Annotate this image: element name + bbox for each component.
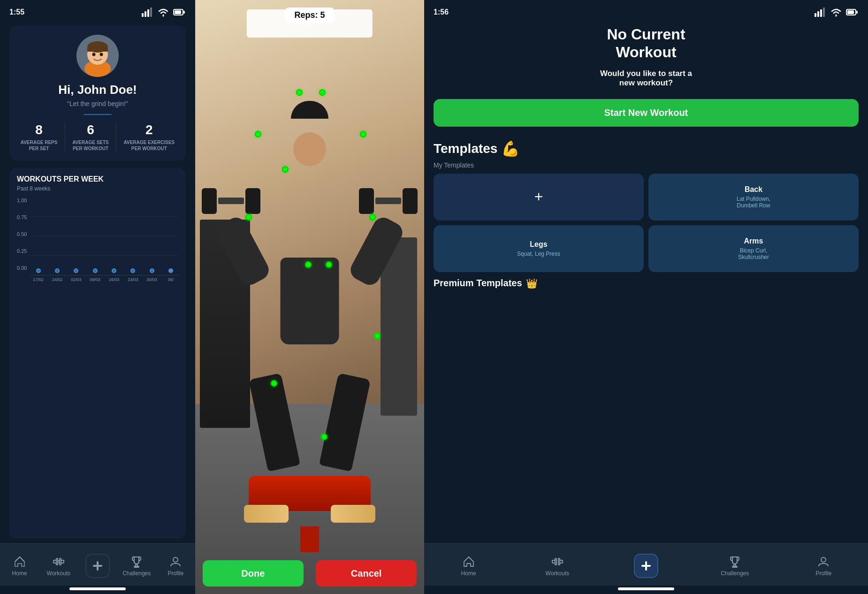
template-arms-exercises: Bicep Curl,Skullcrusher	[738, 247, 769, 260]
shoe-right	[331, 505, 375, 523]
dumbbell-right	[359, 188, 418, 214]
home-icon-3	[462, 555, 475, 568]
svg-rect-20	[93, 565, 102, 567]
tab-workouts-label-3: Workouts	[546, 570, 569, 577]
stat-exercises-value: 2	[145, 122, 153, 137]
bar-col-1	[30, 268, 46, 273]
tab-home-label-1: Home	[12, 570, 27, 577]
db-bar-l	[218, 198, 244, 204]
no-workout-subtitle: Would you like to start anew workout?	[434, 69, 859, 88]
home-indicator-1	[69, 587, 126, 590]
tab-profile-3[interactable]: Profile	[779, 555, 868, 577]
x-label-5: 16/03	[107, 277, 122, 282]
center-btn-1[interactable]	[85, 554, 110, 578]
workouts-chart-card: WORKOUTS PER WEEK Past 8 weeks 1.00 0.75…	[9, 168, 186, 539]
pose-dot-elbow-right	[369, 214, 376, 221]
chart-subtitle: Past 8 weeks	[17, 185, 178, 192]
bar-col-4	[87, 268, 102, 273]
svg-rect-17	[61, 560, 64, 563]
center-btn-3[interactable]	[634, 554, 658, 578]
svg-rect-30	[856, 11, 858, 14]
y-label-4: 0.75	[17, 214, 27, 220]
svg-point-23	[173, 557, 178, 562]
dumbbell-left	[202, 188, 260, 214]
tab-challenges-label-1: Challenges	[122, 570, 151, 577]
svg-rect-6	[183, 11, 185, 14]
stat-sets-label: AVERAGE SETSPER WORKOUT	[72, 139, 109, 152]
profile-icon-1	[169, 555, 182, 568]
stat-exercises-label: AVERAGE EXERCISESPER WORKOUT	[124, 139, 175, 152]
tab-workouts-1[interactable]: Workouts	[39, 555, 78, 577]
svg-rect-18	[58, 561, 60, 563]
svg-rect-27	[823, 8, 825, 17]
greeting-text: Hi, John Doe!	[58, 83, 137, 97]
battery-icon-3	[845, 6, 859, 19]
chart-x-labels: 17/02 24/02 02/03 09/03 16/03 23/03 30/0…	[30, 275, 178, 282]
x-label-6: 23/03	[125, 277, 140, 282]
plus-icon-3	[640, 559, 653, 572]
crown-icon: 👑	[526, 278, 538, 289]
template-card-arms[interactable]: Arms Bicep Curl,Skullcrusher	[648, 225, 859, 272]
head	[293, 132, 326, 166]
svg-rect-26	[820, 9, 822, 17]
tab-profile-label-1: Profile	[168, 570, 183, 577]
dot-3	[74, 268, 78, 273]
dot-1	[36, 268, 41, 273]
templates-header: Templates 💪	[434, 140, 859, 158]
svg-rect-25	[817, 11, 819, 17]
dot-2	[55, 268, 60, 273]
stat-divider-2	[116, 122, 116, 152]
dot-7	[150, 268, 154, 273]
signal-icon-3	[814, 6, 827, 19]
motto-text: "Let the grind begin!"	[67, 100, 128, 107]
phone1: 1:55	[0, 0, 195, 594]
chart-area: 1.00 0.75 0.50 0.25 0.00	[17, 198, 178, 282]
stat-reps-label: AVERAGE REPSPER SET	[21, 139, 58, 152]
bar-col-2	[50, 268, 65, 273]
tab-center-3[interactable]	[602, 554, 690, 578]
template-card-legs[interactable]: Legs Squat, Leg Press	[434, 225, 644, 272]
cancel-button[interactable]: Cancel	[316, 560, 417, 586]
time-3: 1:56	[434, 8, 449, 16]
grid-25	[30, 255, 178, 256]
x-label-8: 06/	[163, 277, 178, 282]
template-card-back[interactable]: Back Lat Pulldown,Dumbell Row	[648, 174, 859, 221]
tab-workouts-3[interactable]: Workouts	[513, 555, 602, 577]
stats-row: 8 AVERAGE REPSPER SET 6 AVERAGE SETSPER …	[17, 122, 178, 152]
home-icon-1	[13, 555, 26, 568]
signal-icon	[141, 6, 154, 19]
challenges-icon-3	[728, 555, 741, 568]
tab-center-1[interactable]	[78, 554, 117, 578]
premium-header: Premium Templates 👑	[434, 278, 859, 289]
svg-rect-33	[552, 560, 555, 563]
tab-home-1[interactable]: Home	[0, 555, 39, 577]
tab-workouts-label-1: Workouts	[47, 570, 70, 577]
pose-dot-shoulder-left	[255, 131, 261, 137]
svg-rect-1	[145, 11, 146, 17]
y-label-2: 0.25	[17, 248, 27, 254]
stat-reps: 8 AVERAGE REPSPER SET	[21, 122, 58, 152]
chart-title: WORKOUTS PER WEEK	[17, 175, 178, 183]
stat-exercises: 2 AVERAGE EXERCISESPER WORKOUT	[124, 122, 175, 152]
bench-post	[300, 526, 319, 552]
grid-50	[30, 236, 178, 236]
challenges-icon-1	[130, 555, 143, 568]
tab-home-3[interactable]: Home	[424, 555, 513, 577]
template-legs-exercises: Squat, Leg Press	[517, 251, 560, 257]
plus-icon-1	[91, 559, 104, 572]
svg-point-12	[92, 53, 96, 56]
done-button[interactable]: Done	[203, 560, 304, 586]
add-template-card[interactable]: +	[434, 174, 644, 221]
tab-challenges-3[interactable]: Challenges	[691, 555, 779, 577]
phone2: Reps: 5	[195, 0, 424, 594]
x-label-1: 17/02	[30, 277, 46, 282]
stat-sets: 6 AVERAGE SETSPER WORKOUT	[72, 122, 109, 152]
bar-col-6	[125, 268, 140, 273]
workouts-icon-1	[52, 555, 65, 568]
my-templates-label: My Templates	[434, 161, 859, 169]
chart-bars-area	[30, 198, 178, 275]
template-legs-name: Legs	[530, 240, 547, 249]
tab-profile-1[interactable]: Profile	[156, 555, 195, 577]
start-workout-button[interactable]: Start New Workout	[434, 99, 859, 127]
tab-challenges-1[interactable]: Challenges	[117, 555, 156, 577]
